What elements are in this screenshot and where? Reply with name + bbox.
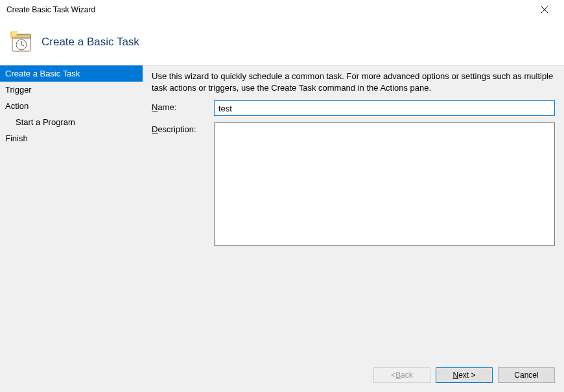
- back-button: < Back: [373, 367, 430, 383]
- wizard-header: Create a Basic Task: [0, 19, 564, 65]
- sidebar-step-create-basic-task[interactable]: Create a Basic Task: [0, 65, 143, 82]
- close-icon: [541, 6, 548, 13]
- wizard-footer: < Back Next > Cancel: [0, 358, 564, 392]
- next-button[interactable]: Next >: [436, 367, 493, 383]
- description-label: Description:: [152, 122, 214, 134]
- name-input[interactable]: [214, 100, 555, 116]
- description-row: Description:: [152, 122, 555, 248]
- sidebar-step-start-a-program[interactable]: Start a Program: [0, 114, 143, 130]
- window-title: Create Basic Task Wizard: [6, 5, 95, 14]
- wizard-body: Create a Basic Task Trigger Action Start…: [0, 65, 564, 358]
- description-input[interactable]: [214, 122, 555, 246]
- name-row: Name:: [152, 100, 555, 116]
- close-button[interactable]: [532, 0, 558, 19]
- wizard-sidebar: Create a Basic Task Trigger Action Start…: [0, 65, 143, 358]
- sidebar-step-trigger[interactable]: Trigger: [0, 82, 143, 98]
- calendar-clock-icon: [10, 31, 32, 53]
- wizard-content: Use this wizard to quickly schedule a co…: [143, 65, 564, 358]
- page-title: Create a Basic Task: [41, 36, 139, 49]
- intro-text: Use this wizard to quickly schedule a co…: [152, 71, 555, 94]
- sidebar-step-finish[interactable]: Finish: [0, 130, 143, 146]
- name-label: Name:: [152, 100, 214, 112]
- cancel-button[interactable]: Cancel: [498, 367, 555, 383]
- titlebar: Create Basic Task Wizard: [0, 0, 564, 19]
- svg-marker-8: [12, 31, 17, 36]
- sidebar-step-action[interactable]: Action: [0, 98, 143, 114]
